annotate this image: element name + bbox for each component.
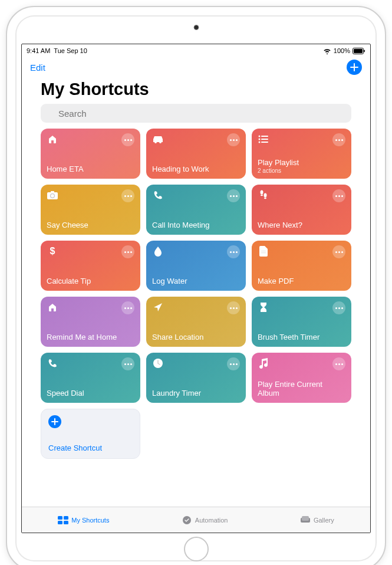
- tab-bar: My Shortcuts Automation Gallery: [22, 507, 370, 533]
- status-battery-percent: 100%: [334, 47, 350, 54]
- more-options-button[interactable]: [227, 189, 240, 202]
- tab-gallery[interactable]: Gallery: [300, 515, 334, 525]
- shortcut-card[interactable]: Where Next?: [252, 185, 351, 235]
- shortcut-card[interactable]: Call Into Meeting: [146, 185, 246, 235]
- svg-point-14: [261, 190, 263, 195]
- home-button[interactable]: [184, 537, 209, 561]
- create-shortcut-label: Create Shortcut: [48, 444, 133, 452]
- shortcut-label: Speed Dial: [47, 389, 134, 398]
- shortcut-label: Play Entire Current Album: [258, 380, 345, 398]
- phone-icon: [47, 357, 58, 369]
- svg-point-7: [259, 139, 261, 140]
- screen: 9:41 AM Tue Sep 10 100% Edit My Shortcut…: [21, 44, 371, 533]
- home-icon: [47, 301, 58, 313]
- more-options-button[interactable]: [332, 301, 345, 314]
- more-options-button[interactable]: [121, 301, 134, 314]
- shortcut-label: Log Water: [152, 277, 240, 286]
- dollar-icon: $: [47, 245, 58, 257]
- battery-icon: [353, 48, 365, 54]
- camera-icon: [47, 189, 58, 201]
- svg-rect-22: [58, 516, 62, 520]
- shortcut-card[interactable]: Remind Me at Home: [41, 297, 140, 347]
- add-shortcut-button[interactable]: [347, 60, 362, 75]
- shortcuts-grid: Home ETAHeading to WorkPlay Playlist2 ac…: [22, 129, 370, 459]
- shortcut-label: Where Next?: [258, 221, 345, 230]
- nav-bar: Edit: [22, 56, 370, 77]
- more-options-button[interactable]: [121, 189, 134, 202]
- music-icon: [258, 357, 269, 369]
- status-date: Tue Sep 10: [54, 47, 87, 54]
- svg-rect-13: [51, 191, 54, 193]
- more-options-button[interactable]: [332, 245, 345, 258]
- svg-rect-20: [261, 252, 266, 253]
- shortcut-card[interactable]: Home ETA: [41, 129, 140, 179]
- more-options-button[interactable]: [332, 133, 345, 146]
- shortcut-label: Play Playlist: [258, 158, 345, 167]
- shortcut-card[interactable]: Play Playlist2 actions: [252, 129, 351, 179]
- shortcut-card[interactable]: Log Water: [146, 241, 246, 291]
- plus-icon: [48, 415, 61, 428]
- phone-icon: [152, 189, 164, 201]
- svg-rect-25: [64, 521, 68, 524]
- shortcut-card[interactable]: Heading to Work: [146, 129, 246, 179]
- svg-point-9: [259, 142, 261, 143]
- shortcut-card[interactable]: Share Location: [146, 297, 246, 347]
- shortcuts-tab-icon: [58, 515, 68, 525]
- svg-rect-8: [261, 139, 268, 140]
- shortcut-label: Heading to Work: [152, 165, 240, 174]
- footsteps-icon: [258, 189, 269, 201]
- ipad-device-frame: 9:41 AM Tue Sep 10 100% Edit My Shortcut…: [6, 6, 386, 565]
- tab-my-shortcuts[interactable]: My Shortcuts: [58, 515, 109, 525]
- shortcut-label: Home ETA: [47, 165, 134, 174]
- shortcut-label: Calculate Tip: [47, 277, 134, 286]
- shortcut-card[interactable]: Laundry Timer: [146, 353, 246, 403]
- status-time: 9:41 AM: [27, 47, 50, 54]
- svg-text:$: $: [50, 246, 55, 256]
- content-area: Home ETAHeading to WorkPlay Playlist2 ac…: [22, 129, 370, 533]
- search-container: [22, 104, 370, 129]
- svg-rect-1: [354, 49, 363, 53]
- more-options-button[interactable]: [227, 301, 240, 314]
- svg-rect-2: [364, 50, 365, 52]
- tab-label: My Shortcuts: [71, 517, 109, 524]
- wifi-icon: [323, 48, 331, 54]
- shortcut-card[interactable]: $Calculate Tip: [41, 241, 140, 291]
- more-options-button[interactable]: [121, 357, 134, 370]
- shortcut-card[interactable]: Make PDF: [252, 241, 351, 291]
- car-icon: [152, 133, 164, 145]
- more-options-button[interactable]: [227, 133, 240, 146]
- tab-automation[interactable]: Automation: [182, 515, 228, 525]
- edit-button[interactable]: Edit: [30, 63, 45, 73]
- shortcut-card[interactable]: Play Entire Current Album: [252, 353, 351, 403]
- svg-point-17: [264, 198, 266, 199]
- svg-rect-23: [64, 516, 68, 520]
- status-bar: 9:41 AM Tue Sep 10 100%: [22, 44, 370, 56]
- svg-rect-28: [302, 516, 309, 521]
- more-options-button[interactable]: [332, 357, 345, 370]
- more-options-button[interactable]: [121, 133, 134, 146]
- shortcut-card[interactable]: Say Cheese: [41, 185, 140, 235]
- list-icon: [258, 133, 269, 145]
- shortcut-label: Remind Me at Home: [47, 333, 134, 342]
- more-options-button[interactable]: [121, 245, 134, 258]
- doc-icon: [258, 245, 269, 257]
- search-input[interactable]: [41, 104, 351, 123]
- create-shortcut-card[interactable]: Create Shortcut: [41, 409, 140, 459]
- drop-icon: [152, 245, 164, 257]
- more-options-button[interactable]: [227, 245, 240, 258]
- more-options-button[interactable]: [332, 189, 345, 202]
- home-icon: [47, 133, 58, 145]
- shortcut-card[interactable]: Brush Teeth Timer: [252, 297, 351, 347]
- more-options-button[interactable]: [227, 357, 240, 370]
- svg-rect-10: [261, 142, 268, 143]
- shortcut-label: Make PDF: [258, 277, 345, 286]
- shortcut-label: Call Into Meeting: [152, 221, 240, 230]
- shortcut-card[interactable]: Speed Dial: [41, 353, 140, 403]
- shortcut-label: Brush Teeth Timer: [258, 333, 345, 342]
- automation-tab-icon: [182, 515, 192, 525]
- plus-icon: [350, 63, 358, 71]
- svg-point-5: [259, 136, 261, 137]
- tab-label: Gallery: [314, 517, 334, 524]
- shortcut-label: Say Cheese: [47, 221, 134, 230]
- clock-icon: [152, 357, 164, 369]
